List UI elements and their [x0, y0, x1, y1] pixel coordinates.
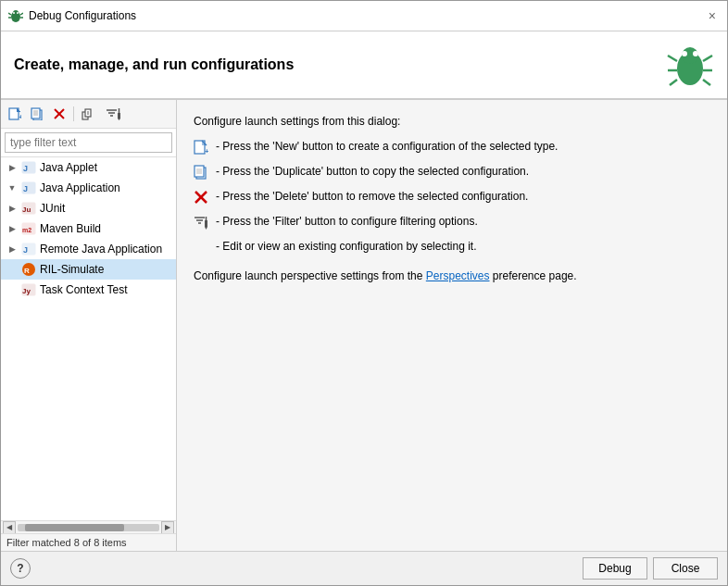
tree-list: ▶ J Java Applet ▼ J — [1, 157, 176, 520]
close-window-button[interactable]: × — [705, 6, 720, 25]
svg-text:Ju: Ju — [22, 206, 31, 214]
expander-maven[interactable]: ▶ — [6, 223, 18, 234]
svg-rect-66 — [205, 220, 207, 227]
svg-rect-30 — [85, 109, 91, 117]
horizontal-scrollbar: ◀ ▶ — [1, 520, 176, 533]
expander-remote[interactable]: ▶ — [6, 243, 18, 255]
filter-input[interactable] — [5, 132, 172, 153]
perspectives-prefix: Configure launch perspective settings fr… — [194, 269, 426, 282]
debug-button[interactable]: Debug — [583, 557, 647, 580]
title-bar: Debug Configurations × — [1, 1, 727, 31]
ril-simulate-label: RIL-Simulate — [40, 263, 104, 276]
list-item[interactable]: ▶ Ju JUnit — [1, 198, 176, 218]
header-section: Create, manage, and run configurations — [1, 31, 727, 99]
instruction-edit: - Edit or view an existing configuration… — [216, 239, 710, 255]
new-config-icon: + — [8, 107, 21, 120]
svg-point-6 — [13, 12, 15, 14]
header-title: Create, manage, and run configurations — [14, 56, 294, 73]
collapse-all-icon — [82, 107, 94, 120]
filter-instruction-text: - Press the 'Filter' button to configure… — [216, 214, 478, 230]
svg-text:+: + — [19, 113, 21, 120]
scroll-left-button[interactable]: ◀ — [3, 521, 16, 534]
list-item[interactable]: ▶ J Remote Java Application — [1, 239, 176, 259]
junit-icon: Ju — [21, 201, 36, 216]
expander-junit[interactable]: ▶ — [6, 203, 18, 214]
perspectives-suffix: preference page. — [490, 269, 577, 282]
maven-icon: m2 — [21, 221, 36, 236]
duplicate-config-button[interactable] — [27, 104, 47, 124]
list-item[interactable]: ▶ m2 Maven Build — [1, 218, 176, 239]
instruction-new: + - Press the 'New' button to create a c… — [194, 139, 710, 155]
edit-instruction-text: - Edit or view an existing configuration… — [216, 240, 476, 253]
list-item[interactable]: Jy Task Context Test — [1, 280, 176, 300]
svg-line-15 — [703, 80, 710, 85]
svg-point-17 — [693, 51, 698, 56]
svg-text:m2: m2 — [22, 227, 31, 233]
java-app-label: Java Application — [40, 181, 120, 194]
task-context-label: Task Context Test — [40, 283, 128, 296]
svg-text:R: R — [24, 267, 30, 275]
svg-marker-67 — [205, 227, 207, 230]
duplicate-instruction-text: - Press the 'Duplicate' button to copy t… — [216, 164, 529, 180]
svg-marker-36 — [118, 113, 120, 120]
svg-line-10 — [668, 56, 677, 61]
svg-text:J: J — [23, 245, 28, 255]
svg-line-3 — [20, 13, 23, 15]
java-app-icon: J — [21, 181, 36, 195]
expander-java-applet[interactable]: ▶ — [6, 162, 18, 173]
debug-configurations-window: Debug Configurations × Create, manage, a… — [0, 0, 728, 586]
delete-instruction-text: - Press the 'Delete' button to remove th… — [216, 189, 528, 205]
svg-text:J: J — [23, 164, 28, 173]
delete-config-button[interactable] — [49, 104, 69, 124]
debug-icon — [8, 8, 23, 23]
close-button[interactable]: Close — [653, 557, 718, 580]
main-content: + — [1, 99, 727, 551]
svg-line-11 — [703, 56, 712, 61]
duplicate-instruction-icon — [194, 165, 208, 180]
remote-java-label: Remote Java Application — [40, 243, 162, 256]
left-panel: + — [1, 100, 177, 551]
duplicate-config-icon — [31, 107, 44, 120]
filter-status: Filter matched 8 of 8 items — [1, 533, 176, 551]
filter-button[interactable] — [100, 104, 128, 124]
svg-line-2 — [8, 13, 11, 15]
maven-label: Maven Build — [40, 222, 101, 235]
instruction-duplicate: - Press the 'Duplicate' button to copy t… — [194, 164, 710, 180]
java-applet-icon: J — [21, 160, 36, 175]
svg-text:Jy: Jy — [22, 287, 31, 295]
instruction-delete: - Press the 'Delete' button to remove th… — [194, 189, 710, 205]
new-config-button[interactable]: + — [5, 104, 25, 124]
remote-java-icon: J — [21, 242, 36, 256]
header-bug-icon — [666, 41, 714, 89]
toolbar-separator-1 — [73, 106, 74, 121]
filter-input-wrap — [1, 129, 176, 157]
toolbar: + — [1, 100, 176, 129]
list-item[interactable]: R RIL-Simulate — [1, 259, 176, 280]
instruction-filter: - Press the 'Filter' button to configure… — [194, 214, 710, 230]
svg-text:+: + — [205, 147, 208, 155]
junit-label: JUnit — [40, 202, 65, 215]
scrollbar-track[interactable] — [18, 524, 159, 531]
svg-point-7 — [17, 12, 19, 14]
svg-point-16 — [682, 51, 687, 56]
collapse-all-button[interactable] — [78, 104, 98, 124]
list-item[interactable]: ▶ J Java Applet — [1, 157, 176, 178]
scroll-right-button[interactable]: ▶ — [161, 521, 174, 534]
svg-text:J: J — [23, 184, 28, 193]
filter-icon — [106, 107, 122, 120]
svg-line-14 — [670, 80, 677, 85]
ril-simulate-icon: R — [21, 262, 36, 277]
perspectives-section: Configure launch perspective settings fr… — [194, 269, 710, 282]
bottom-bar: ? Debug Close — [1, 551, 727, 585]
filter-instruction-icon — [194, 215, 208, 230]
perspectives-link[interactable]: Perspectives — [426, 269, 490, 282]
list-item[interactable]: ▼ J Java Application — [1, 178, 176, 198]
help-button[interactable]: ? — [10, 558, 31, 579]
right-panel: Configure launch settings from this dial… — [177, 100, 727, 551]
instructions-title: Configure launch settings from this dial… — [194, 115, 710, 128]
expander-java-app[interactable]: ▼ — [6, 182, 18, 193]
bottom-buttons: Debug Close — [583, 557, 718, 580]
scrollbar-thumb — [25, 524, 124, 531]
new-instruction-icon: + — [194, 140, 208, 155]
delete-instruction-icon — [194, 190, 208, 205]
